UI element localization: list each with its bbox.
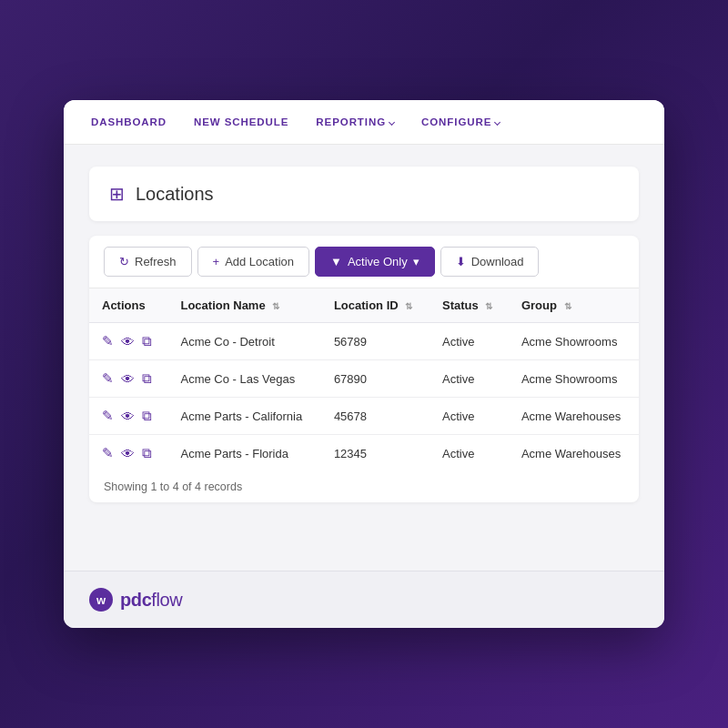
row-2-edit-icon[interactable]: ✎ (102, 408, 114, 424)
table-row: ✎👁⧉Acme Co - Detroit56789ActiveAcme Show… (89, 323, 639, 360)
reporting-chevron-icon (389, 118, 395, 125)
top-nav: DASHBOARDNEW SCHEDULEREPORTINGCONFIGURE (64, 100, 664, 145)
row-2-group: Acme Warehouses (509, 398, 639, 435)
toolbar: ↻ Refresh + Add Location ▼ Active Only ▾… (89, 236, 639, 288)
table-footer: Showing 1 to 4 of 4 records (89, 471, 639, 502)
row-1-group: Acme Showrooms (509, 360, 639, 398)
nav-item-new-schedule[interactable]: NEW SCHEDULE (194, 116, 288, 127)
table-body: ✎👁⧉Acme Co - Detroit56789ActiveAcme Show… (89, 323, 639, 472)
add-icon: + (213, 255, 220, 268)
row-1-view-icon[interactable]: 👁 (121, 371, 135, 387)
row-0-group: Acme Showrooms (509, 323, 639, 360)
col-actions: Actions (89, 288, 167, 323)
row-2-status: Active (430, 398, 509, 435)
locations-table: Actions Location Name ⇅ Location ID ⇅ St… (89, 288, 639, 471)
page-title: Locations (136, 184, 214, 205)
row-3-view-icon[interactable]: 👁 (121, 446, 135, 461)
row-2-view-icon[interactable]: 👁 (121, 409, 135, 424)
row-1-status: Active (430, 360, 509, 398)
refresh-icon: ↻ (119, 255, 129, 268)
refresh-button[interactable]: ↻ Refresh (104, 247, 192, 277)
row-0-edit-icon[interactable]: ✎ (102, 333, 114, 349)
row-1-copy-icon[interactable]: ⧉ (142, 370, 152, 387)
download-button[interactable]: ⬇ Download (440, 247, 540, 277)
table-card: ↻ Refresh + Add Location ▼ Active Only ▾… (89, 236, 639, 502)
row-1-actions: ✎👁⧉ (89, 360, 167, 398)
sort-group-icon: ⇅ (564, 301, 571, 311)
app-window: DASHBOARDNEW SCHEDULEREPORTINGCONFIGURE … (64, 100, 664, 628)
table-header: Actions Location Name ⇅ Location ID ⇅ St… (89, 288, 639, 323)
dropdown-icon: ▾ (413, 255, 420, 268)
table-row: ✎👁⧉Acme Parts - Florida12345ActiveAcme W… (89, 435, 639, 472)
row-2-location-id: 45678 (321, 398, 430, 435)
row-2-actions: ✎👁⧉ (89, 398, 167, 435)
row-0-view-icon[interactable]: 👁 (121, 334, 135, 349)
row-1-location-id: 67890 (321, 360, 430, 398)
active-only-button[interactable]: ▼ Active Only ▾ (315, 247, 435, 277)
nav-item-configure[interactable]: CONFIGURE (421, 116, 500, 127)
page-header: ⊞ Locations (89, 167, 639, 221)
col-location-id[interactable]: Location ID ⇅ (321, 288, 430, 323)
row-3-copy-icon[interactable]: ⧉ (142, 445, 152, 461)
logo-text: pdcflow (120, 590, 182, 611)
app-footer: w pdcflow (64, 571, 664, 628)
table-row: ✎👁⧉Acme Co - Las Vegas67890ActiveAcme Sh… (89, 360, 639, 398)
row-3-location-name: Acme Parts - Florida (167, 435, 320, 472)
col-status[interactable]: Status ⇅ (430, 288, 509, 323)
row-3-actions: ✎👁⧉ (89, 435, 167, 472)
logo-icon: w (89, 588, 113, 612)
row-1-location-name: Acme Co - Las Vegas (167, 360, 320, 398)
download-icon: ⬇ (456, 255, 466, 268)
row-0-location-id: 56789 (321, 323, 430, 360)
filter-icon: ▼ (330, 255, 342, 268)
row-2-location-name: Acme Parts - California (167, 398, 320, 435)
row-3-edit-icon[interactable]: ✎ (102, 445, 114, 461)
row-3-location-id: 12345 (321, 435, 430, 472)
configure-chevron-icon (494, 118, 500, 125)
main-content: ⊞ Locations ↻ Refresh + Add Location ▼ A… (64, 145, 664, 571)
nav-item-reporting[interactable]: REPORTING (316, 116, 394, 127)
row-0-location-name: Acme Co - Detroit (167, 323, 320, 360)
row-0-actions: ✎👁⧉ (89, 323, 167, 360)
row-3-group: Acme Warehouses (509, 435, 639, 472)
col-location-name[interactable]: Location Name ⇅ (167, 288, 320, 323)
row-1-edit-icon[interactable]: ✎ (102, 370, 114, 387)
sort-status-icon: ⇅ (485, 301, 492, 311)
col-group[interactable]: Group ⇅ (509, 288, 639, 323)
add-location-button[interactable]: + Add Location (197, 247, 310, 277)
sort-location-name-icon: ⇅ (272, 301, 279, 311)
locations-icon: ⊞ (109, 183, 125, 205)
row-2-copy-icon[interactable]: ⧉ (142, 408, 152, 424)
table-row: ✎👁⧉Acme Parts - California45678ActiveAcm… (89, 398, 639, 435)
row-0-copy-icon[interactable]: ⧉ (142, 333, 152, 349)
row-0-status: Active (430, 323, 509, 360)
nav-item-dashboard[interactable]: DASHBOARD (91, 116, 167, 127)
sort-location-id-icon: ⇅ (405, 301, 412, 311)
row-3-status: Active (430, 435, 509, 472)
